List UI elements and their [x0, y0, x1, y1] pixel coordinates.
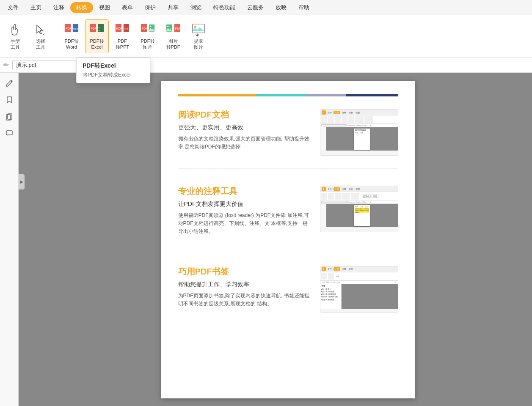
section3-title: 巧用PDF书签	[178, 266, 311, 277]
pencil-icon: ✏	[3, 61, 9, 69]
menu-form[interactable]: 表单	[116, 2, 139, 13]
pdf-to-image-icon: PDF →	[140, 22, 155, 38]
hand-tool-label: 手型工具	[11, 38, 20, 49]
menu-slideshow[interactable]: 放映	[270, 2, 292, 13]
image-to-pdf-icon: → PDF	[165, 22, 181, 38]
color-bar-purple	[307, 94, 346, 96]
pdf-to-word-button[interactable]: PDF → Word PDF转Word	[60, 19, 83, 53]
toolbar: 手型工具 选择工具 PDF → Word PDF转Word	[0, 15, 532, 58]
extract-image-icon	[191, 22, 206, 38]
menu-file[interactable]: 文件	[2, 2, 25, 13]
pdf-to-excel-label: PDF转Excel	[90, 38, 104, 49]
section1-body: 拥有出色的文档渲染效果,强大的页面管理功能, 帮助提升效率,是您阅读PDF的理想…	[178, 135, 311, 151]
pdf-section-annotate: 专业的注释工具 让PDF文档发挥更大价值 使用福昕PDF阅读器 (foxit r…	[178, 186, 398, 249]
pdf-to-image-label: PDF转图片	[141, 38, 155, 49]
svg-point-28	[194, 26, 197, 28]
svg-rect-27	[193, 24, 204, 33]
pdf-to-word-icon: PDF → Word	[64, 22, 79, 38]
sidebar-bookmark-icon[interactable]	[3, 93, 16, 107]
color-bar-navy	[346, 94, 398, 96]
image-to-pdf-label: 图片转PDF	[166, 38, 180, 49]
pdf-to-word-label: PDF转Word	[65, 38, 79, 49]
section3-subtitle: 帮助您提升工作、学习效率	[178, 281, 311, 288]
color-bar-teal	[256, 94, 307, 96]
pdf-section-bookmark-text: 巧用PDF书签 帮助您提升工作、学习效率 为PDF页面添加书签,除了实现内容的快…	[178, 266, 311, 313]
svg-text:PDF: PDF	[175, 27, 181, 30]
section1-subtitle: 更强大、更实用、更高效	[178, 124, 311, 132]
color-bar-orange	[178, 94, 256, 96]
pdf-page: 阅读PDF文档 更强大、更实用、更高效 拥有出色的文档渲染效果,强大的页面管理功…	[161, 81, 415, 398]
image-to-pdf-button[interactable]: → PDF 图片转PDF	[161, 19, 185, 53]
section1-screenshot: G 文件 主页 注释 转换 视图	[320, 109, 398, 156]
pdf-to-ppt-label: PDF转PPT	[116, 38, 129, 49]
hand-icon	[8, 22, 23, 38]
pdf-to-excel-icon: PDF → Exc el	[89, 22, 105, 38]
svg-text:PPT: PPT	[124, 27, 129, 30]
tooltip-title: PDF转Excel	[83, 62, 144, 70]
pdf-section-bookmark: 巧用PDF书签 帮助您提升工作、学习效率 为PDF页面添加书签,除了实现内容的快…	[178, 266, 398, 325]
section2-body: 使用福昕PDF阅读器 (foxit reader) 为PDF文件添 加注释,可对…	[178, 211, 311, 236]
pdf-section-read-text: 阅读PDF文档 更强大、更实用、更高效 拥有出色的文档渲染效果,强大的页面管理功…	[178, 109, 311, 156]
menu-home[interactable]: 主页	[25, 2, 47, 13]
svg-point-21	[150, 26, 152, 27]
collapse-button[interactable]: ▶	[19, 174, 25, 189]
menu-help[interactable]: 帮助	[292, 2, 315, 13]
menu-convert[interactable]: 转换	[70, 2, 93, 13]
svg-text:Word: Word	[73, 27, 78, 30]
menu-browse[interactable]: 浏览	[185, 2, 207, 13]
pdf-to-excel-button[interactable]: PDF → Exc el PDF转Excel	[85, 19, 109, 53]
section2-subtitle: 让PDF文档发挥更大价值	[178, 200, 311, 208]
svg-text:Exc: Exc	[99, 27, 102, 29]
pdf-section-annotate-text: 专业的注释工具 让PDF文档发挥更大价值 使用福昕PDF阅读器 (foxit r…	[178, 186, 311, 236]
toolbar-separator-1	[56, 22, 56, 51]
left-sidebar	[0, 73, 19, 406]
section1-title: 阅读PDF文档	[178, 109, 311, 121]
menu-share[interactable]: 共享	[162, 2, 185, 13]
menu-cloud[interactable]: 云服务	[241, 2, 270, 13]
content-area: 阅读PDF文档 更强大、更实用、更高效 拥有出色的文档渲染效果,强大的页面管理功…	[19, 73, 532, 406]
section2-title: 专业的注释工具	[178, 186, 311, 197]
section3-body: 为PDF页面添加书签,除了实现内容的快速导航, 书签还能指明不同书签的层级关系,…	[178, 292, 311, 308]
svg-rect-31	[6, 131, 12, 135]
sidebar-edit-icon[interactable]	[3, 76, 16, 90]
pdf-section-read: 阅读PDF文档 更强大、更实用、更高效 拥有出色的文档渲染效果,强大的页面管理功…	[178, 109, 398, 169]
svg-line-0	[43, 34, 44, 35]
menu-features[interactable]: 特色功能	[207, 2, 241, 13]
menu-annotate[interactable]: 注释	[47, 2, 70, 13]
pdf-to-image-button[interactable]: PDF → PDF转图片	[136, 19, 160, 53]
select-tool-button[interactable]: 选择工具	[29, 19, 52, 53]
main-layout: ▶ 阅读PDF文档 更强大、更实用、更高效 拥有出色的文档渲染效果,强大的页面管…	[0, 73, 532, 406]
menu-view[interactable]: 视图	[93, 2, 116, 13]
section2-screenshot: G 文件 主页 注释 转换 视图	[320, 186, 398, 232]
section3-screenshot: G 文件 主页 注释 转换 书签 员工手册_20120917.pdf	[320, 266, 398, 313]
tooltip-dropdown: PDF转Excel 将PDF文档转成Excel	[76, 58, 150, 83]
extract-image-label: 提取图片	[194, 38, 203, 49]
color-bar	[178, 94, 398, 96]
hand-tool-button[interactable]: 手型工具	[3, 19, 27, 53]
extract-image-button[interactable]: 提取图片	[187, 19, 210, 53]
menubar: 文件 主页 注释 转换 视图 表单 保护 共享 浏览 特色功能 云服务 放映 帮…	[0, 0, 532, 15]
cursor-icon	[33, 22, 48, 38]
sidebar-comment-icon[interactable]	[3, 127, 16, 140]
pdf-to-ppt-button[interactable]: PDF → PPT PDF转PPT	[110, 19, 134, 53]
svg-text:el: el	[99, 29, 100, 31]
svg-point-23	[167, 26, 169, 27]
select-tool-label: 选择工具	[36, 38, 45, 49]
sidebar-pages-icon[interactable]	[3, 110, 16, 123]
menu-protect[interactable]: 保护	[139, 2, 162, 13]
tooltip-desc: 将PDF文档转成Excel	[83, 71, 144, 79]
pdf-to-ppt-icon: PDF → PPT	[115, 22, 130, 38]
